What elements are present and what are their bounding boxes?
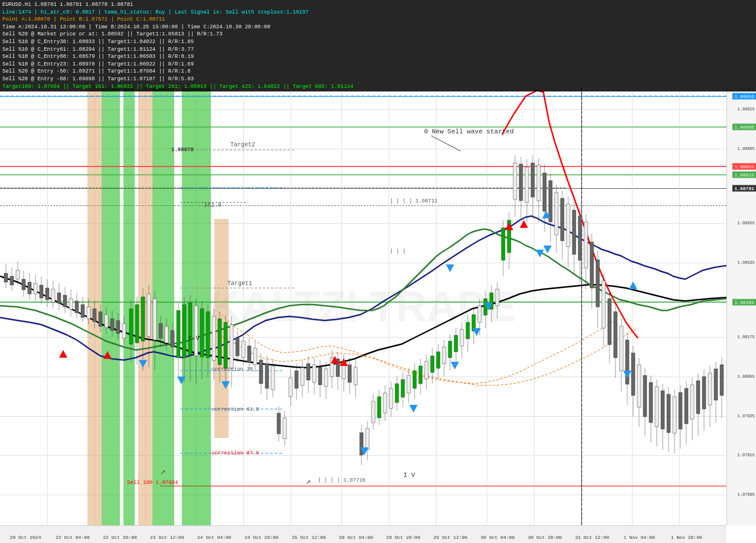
svg-rect-85 (212, 316, 216, 361)
vgrid-14 (679, 87, 680, 525)
svg-rect-27 (40, 285, 43, 298)
grid-line-2 (0, 149, 726, 149)
svg-rect-103 (265, 364, 269, 388)
header-info-panel: EURUSD.H1 1.08781 1.08781 1.08778 1.0878… (0, 0, 756, 91)
svg-rect-125 (330, 358, 334, 377)
svg-rect-217 (602, 281, 605, 328)
vgrid-6 (291, 87, 291, 525)
svg-rect-197 (543, 173, 546, 211)
tl1: 20 Oct 2024 (10, 535, 41, 540)
svg-rect-97 (247, 346, 251, 362)
price-top-blue: 1.09056 (732, 93, 756, 99)
grid-line-3 (0, 188, 726, 189)
vgrid-2 (94, 87, 95, 525)
line3-info: Point A:1.08878 | Point B:1.07571 | Poin… (2, 16, 165, 24)
svg-rect-195 (537, 165, 540, 201)
vgrid-9 (436, 87, 436, 525)
svg-text:I V: I V (403, 472, 415, 479)
blue-top-line (0, 96, 726, 97)
green-zone-2 (123, 87, 134, 525)
svg-marker-265 (177, 377, 185, 384)
svg-rect-215 (596, 260, 599, 307)
svg-rect-247 (690, 385, 694, 419)
svg-rect-167 (454, 335, 458, 352)
vgrid-7 (341, 87, 342, 525)
svg-rect-199 (549, 181, 552, 222)
svg-rect-239 (667, 394, 670, 433)
vgrid-3 (145, 87, 146, 525)
svg-rect-135 (360, 433, 363, 455)
grid-line-4 (0, 223, 726, 224)
orange-zone-1 (87, 87, 102, 525)
orange-zone-2 (138, 87, 153, 525)
tl12: 30 Oct 20:00 (528, 535, 562, 540)
svg-rect-245 (685, 388, 688, 424)
tl6: 24 Oct 20:00 (245, 535, 279, 540)
sell-line4: Sell %10 @ C_Entry88: 1.08579 || Target1… (2, 53, 194, 61)
grid-line-8 (0, 377, 726, 377)
svg-rect-233 (649, 382, 653, 423)
svg-rect-73 (177, 310, 180, 358)
svg-rect-147 (395, 384, 399, 403)
svg-rect-109 (283, 418, 286, 439)
price-axis: 1.09056 1.08966 1.08855 1.08815 1.08781 … (726, 87, 756, 525)
svg-rect-113 (295, 371, 298, 388)
sell-line1: Sell %20 @ Market price or at: 1.08592 |… (2, 31, 223, 38)
svg-marker-266 (221, 381, 230, 389)
svg-rect-211 (584, 222, 588, 268)
svg-text:↗: ↗ (161, 467, 165, 476)
svg-rect-51 (110, 319, 114, 331)
svg-rect-41 (81, 305, 84, 318)
svg-rect-207 (572, 210, 576, 254)
svg-rect-127 (336, 359, 340, 377)
svg-rect-213 (590, 242, 594, 288)
svg-rect-243 (679, 392, 682, 429)
svg-marker-275 (446, 264, 454, 272)
green-zone-3 (152, 87, 174, 525)
svg-rect-53 (116, 320, 120, 333)
tl11: 30 Oct 04:00 (481, 535, 515, 540)
pl9: 1.07695 (738, 492, 755, 497)
svg-rect-193 (531, 163, 535, 197)
svg-rect-111 (289, 378, 292, 397)
svg-rect-237 (661, 391, 664, 429)
svg-rect-183 (501, 228, 505, 260)
svg-marker-260 (331, 356, 339, 364)
svg-rect-201 (555, 192, 558, 235)
svg-text:| | | |  1.08711: | | | | 1.08711 (390, 198, 438, 204)
svg-rect-91 (230, 325, 233, 369)
svg-rect-225 (625, 340, 629, 384)
chart-svg: .candle-bull { fill: #000; stroke: #000;… (0, 87, 726, 525)
svg-rect-179 (490, 293, 493, 309)
price-green-3: 1.08395 (732, 299, 756, 305)
line4-info: Time A:2024.10.31 13:00:00 | Time B:2024… (2, 24, 271, 31)
svg-rect-181 (496, 289, 499, 306)
svg-rect-123 (324, 369, 328, 387)
svg-marker-262 (520, 220, 528, 228)
symbol-title: EURUSD.H1 1.08781 1.08781 1.08778 1.0878… (2, 1, 133, 9)
svg-marker-259 (103, 351, 112, 359)
svg-rect-83 (206, 312, 210, 358)
svg-rect-25 (34, 283, 37, 294)
green-zone-1 (102, 87, 120, 525)
svg-marker-258 (59, 350, 67, 358)
svg-rect-133 (354, 367, 357, 385)
svg-rect-29 (45, 288, 49, 300)
green-line-1 (0, 127, 726, 127)
svg-rect-155 (419, 366, 422, 384)
vgrid-1 (47, 87, 48, 525)
svg-rect-37 (69, 299, 73, 309)
svg-rect-165 (448, 341, 452, 358)
vgrid-12 (581, 87, 582, 525)
svg-text:161.8: 161.8 (204, 202, 221, 208)
svg-rect-177 (484, 299, 487, 315)
sell-line5: Sell %10 @ C_Entry23: 1.08978 || Target1… (2, 61, 194, 68)
svg-text:Target2: Target2 (230, 142, 255, 148)
svg-rect-117 (307, 364, 310, 380)
svg-rect-99 (253, 348, 257, 365)
tl14: 1 Nov 04:00 (624, 535, 655, 540)
current-price-line (0, 188, 726, 189)
time-axis: 20 Oct 2024 22 Oct 04:00 22 Oct 20:00 23… (0, 525, 726, 543)
svg-marker-267 (360, 447, 369, 455)
grid-line-9 (0, 416, 726, 417)
